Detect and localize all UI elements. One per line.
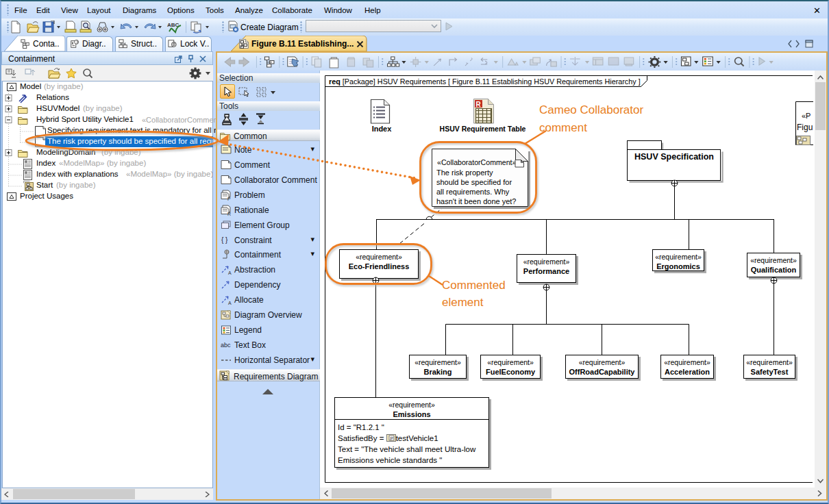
svg-text:R: R bbox=[227, 212, 231, 216]
svg-text:A: A bbox=[228, 270, 232, 275]
svg-text:{ }: { } bbox=[221, 236, 228, 244]
svg-text:A: A bbox=[228, 301, 232, 305]
svg-text:abc: abc bbox=[221, 342, 231, 349]
svg-text:P: P bbox=[227, 197, 231, 201]
